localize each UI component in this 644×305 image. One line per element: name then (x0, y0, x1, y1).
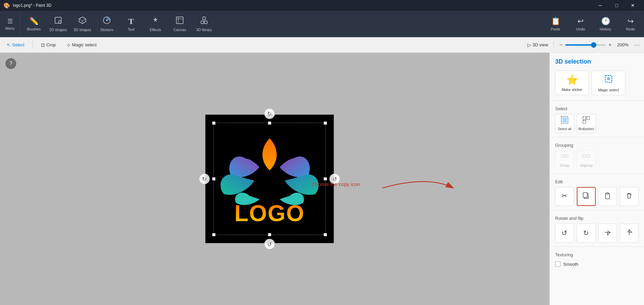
3dshapes-label: 3D shapes (74, 28, 92, 32)
zoom-slider[interactable] (565, 44, 606, 46)
rotate-section-label: Rotate and flip (550, 213, 644, 222)
menu-icon: ☰ (7, 18, 13, 25)
toolbar-paste[interactable]: 📋 Paste (543, 12, 568, 36)
handle-bottom-left[interactable] (212, 233, 216, 236)
delete-button[interactable] (620, 187, 639, 206)
grouping-row: Group Ungroup (550, 149, 644, 171)
smooth-checkbox[interactable] (555, 261, 561, 267)
maximize-button[interactable]: □ (609, 0, 624, 11)
toolbar-3dshapes[interactable]: 3D shapes (70, 12, 95, 36)
select-action[interactable]: ↖ Select (4, 41, 27, 49)
flip-vertical-button[interactable] (598, 224, 617, 242)
svg-rect-21 (583, 155, 586, 157)
copy-icon (583, 192, 590, 201)
toolbar-3dlibrary[interactable]: 3D library (192, 12, 216, 36)
menu-button[interactable]: ☰ Menu (1, 12, 20, 36)
svg-rect-7 (201, 21, 204, 24)
copy-button[interactable] (577, 187, 596, 206)
paste-panel-icon (604, 192, 611, 201)
close-button[interactable]: ✕ (625, 0, 641, 11)
select-row: Select all Multiselect (550, 113, 644, 134)
svg-point-1 (58, 21, 61, 23)
action-sep-1 (32, 41, 33, 49)
divider-3 (550, 173, 644, 174)
rotate-handle-top[interactable]: ↻ (264, 108, 275, 119)
toolbar-history[interactable]: 🕐 History (593, 12, 618, 36)
svg-rect-19 (561, 155, 564, 157)
3dlibrary-label: 3D library (196, 28, 212, 32)
canvas-label: Canvas (173, 28, 186, 32)
svg-rect-18 (583, 120, 586, 123)
select-label: Select (12, 42, 24, 47)
stickers-label: Stickers (100, 28, 113, 32)
svg-point-3 (106, 20, 107, 21)
group-button[interactable]: Group (555, 150, 574, 169)
svg-rect-22 (587, 155, 590, 157)
logo-background: LOGO (205, 115, 334, 243)
magic-select-panel-label: Magic select (598, 88, 619, 92)
zoom-value: 200% (614, 42, 628, 47)
magic-select-panel-button[interactable]: Magic select (592, 71, 625, 95)
app-title: logo1.png* - Paint 3D (13, 3, 51, 8)
minimize-button[interactable]: ─ (593, 0, 608, 11)
crop-action[interactable]: ⊡ Crop (38, 41, 58, 49)
select-all-button[interactable]: Select all (555, 114, 574, 133)
canvas-area: ? (0, 53, 549, 305)
rotate-handle-bottom[interactable]: ↺ (264, 239, 275, 250)
rotate-right-button[interactable]: ↻ (577, 224, 596, 242)
multiselect-button[interactable]: Multiselect (577, 114, 596, 133)
toolbar-stickers[interactable]: Stickers (95, 12, 119, 36)
rotate-left-icon: ↺ (562, 229, 567, 237)
toolbar-effects[interactable]: Effects (143, 12, 168, 36)
zoom-slider-thumb[interactable] (591, 42, 596, 48)
zoom-in-button[interactable]: + (609, 42, 612, 48)
zoom-slider-track (565, 44, 594, 46)
toolbar-undo[interactable]: ↩ Undo (568, 12, 593, 36)
magic-select-icon: ⊹ (67, 42, 71, 48)
ungroup-button[interactable]: Ungroup (577, 150, 596, 169)
toolbar-canvas[interactable]: Canvas (168, 12, 192, 36)
stickers-icon (103, 16, 111, 26)
3dlibrary-icon (200, 16, 208, 26)
redo-label: Redo (626, 27, 635, 31)
toolbar-text[interactable]: T Text (119, 12, 143, 36)
rotate-right-icon: ↻ (583, 229, 589, 237)
logo-svg: LOGO (205, 118, 334, 226)
3dshapes-icon (78, 16, 86, 26)
help-button[interactable]: ? (5, 58, 16, 69)
magic-select-label: Magic select (72, 42, 96, 47)
handle-bottom-right[interactable] (324, 233, 327, 236)
make-sticker-button[interactable]: ⭐ Make sticker (555, 71, 589, 95)
svg-rect-25 (583, 193, 587, 197)
more-options-icon[interactable]: ⋯ (634, 41, 640, 49)
view-3d-label: 3D view (532, 42, 548, 47)
cut-button[interactable]: ✂ (555, 187, 574, 206)
magic-select-action[interactable]: ⊹ Magic select (64, 41, 99, 49)
logo-canvas[interactable]: LOGO (205, 115, 334, 243)
grouping-label: Grouping (550, 140, 644, 149)
delete-icon (625, 192, 633, 201)
handle-bottom-middle[interactable] (268, 233, 271, 236)
app-icon: 🎨 (3, 2, 10, 9)
svg-rect-17 (587, 117, 590, 120)
toolbar-2dshapes[interactable]: 2D shapes (46, 12, 70, 36)
flip-horizontal-button[interactable] (620, 224, 639, 242)
effects-label: Effects (150, 28, 161, 32)
rotate-left-button[interactable]: ↺ (555, 224, 574, 242)
divider-2 (550, 137, 644, 137)
paste-panel-button[interactable] (598, 187, 617, 206)
main-toolbar: ☰ Menu ✏️ Brushes 2D shapes 3D shapes (0, 11, 644, 37)
group-icon (561, 152, 569, 162)
ungroup-label: Ungroup (580, 164, 593, 167)
smooth-label: Smooth (563, 262, 578, 267)
crop-label: Crop (46, 42, 56, 47)
text-label: Text (128, 27, 134, 31)
titlebar: 🎨 logo1.png* - Paint 3D ─ □ ✕ (0, 0, 644, 11)
magic-select-panel-icon (604, 74, 613, 86)
group-label: Group (560, 164, 569, 167)
ungroup-icon (582, 152, 590, 162)
view-3d-button[interactable]: ▷ 3D view (527, 42, 548, 48)
toolbar-redo[interactable]: ↪ Redo (618, 12, 643, 36)
zoom-out-button[interactable]: − (559, 42, 562, 48)
toolbar-brushes[interactable]: ✏️ Brushes (22, 12, 46, 36)
